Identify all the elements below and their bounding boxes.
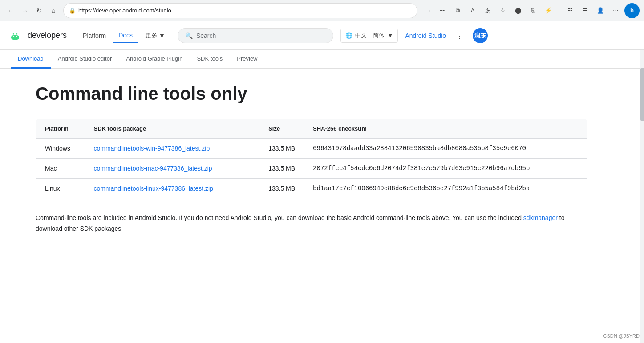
split-screen-button[interactable]: ⧉ [451,4,464,17]
site-header: developers Platform Docs 更多 ▼ 🔍 Search 🌐… [0,21,644,50]
size-mac: 133.5 MB [259,159,304,179]
page-title: Command line tools only [36,83,587,104]
platform-windows: Windows [36,139,85,159]
search-icon: 🔍 [185,32,193,39]
lang-label: 中文 – 简体 [355,32,385,40]
nav-more[interactable]: 更多 ▼ [140,28,170,43]
home-button[interactable]: ⌂ [47,4,60,17]
sdkmanager-link[interactable]: sdkmanager [523,214,558,221]
tab-search-button[interactable]: ⚏ [436,4,449,17]
footer-text: Command-line tools are included in Andro… [36,213,570,234]
size-linux: 133.5 MB [259,179,304,199]
package-linux: commandlinetools-linux-9477386_latest.zi… [85,179,260,199]
reading-list-button[interactable]: ☰ [579,4,591,17]
profile-button[interactable]: 👤 [594,4,607,17]
site-logo[interactable]: developers [11,31,67,40]
android-studio-link[interactable]: Android Studio [405,32,446,39]
tab-download[interactable]: Download [11,50,51,69]
dark-icon-button[interactable]: ⬤ [512,4,524,17]
tab-sdk-tools[interactable]: SDK tools [190,50,230,69]
address-bar[interactable]: 🔒 https://developer.android.com/studio [63,3,417,18]
collections-button[interactable]: ☷ [564,4,576,17]
sha-linux: bd1aa17c7ef10066949c88dc6c9c8d536be27f99… [304,179,587,199]
bing-button[interactable]: b [624,3,640,18]
col-platform-header: Platform [36,119,85,139]
col-size-header: Size [259,119,304,139]
col-package-header: SDK tools package [85,119,260,139]
globe-icon: 🌐 [345,32,352,39]
back-button[interactable]: ← [4,4,17,17]
table-row: Linux commandlinetools-linux-9477386_lat… [36,179,587,199]
page-tabs: Download Android Studio editor Android G… [0,50,644,69]
site-nav: Platform Docs 更多 ▼ [77,28,170,43]
svg-point-2 [13,35,14,36]
more-options-button[interactable]: ⋯ [609,4,622,17]
nav-docs[interactable]: Docs [113,28,138,43]
platform-mac: Mac [36,159,85,179]
download-button[interactable]: ⎘ [527,4,539,17]
svg-line-5 [16,33,17,34]
translate-button[interactable]: あ [482,4,494,17]
search-box[interactable]: 🔍 Search [178,28,333,43]
table-header-row: Platform SDK tools package Size SHA-256 … [36,119,587,139]
tab-preview[interactable]: Preview [230,50,264,69]
separator-1 [559,6,559,15]
sha-mac: 2072ffce4f54cdc0e6d2074d2f381e7e579b7d63… [304,159,587,179]
table-row: Mac commandlinetools-mac-9477386_latest.… [36,159,587,179]
sha-windows: 696431978daadd33a288413206598835ba8db808… [304,139,587,159]
package-mac: commandlinetools-mac-9477386_latest.zip [85,159,260,179]
download-table: Platform SDK tools package Size SHA-256 … [36,118,587,199]
logo-text: developers [28,31,67,40]
forward-button[interactable]: → [19,4,31,17]
download-link-mac[interactable]: commandlinetools-mac-9477386_latest.zip [94,165,212,172]
download-link-windows[interactable]: commandlinetools-win-9477386_latest.zip [94,145,210,152]
extensions-button[interactable]: ⚡ [542,4,555,17]
nav-platform[interactable]: Platform [77,29,111,43]
chevron-down-icon: ▼ [159,32,165,39]
scrollbar[interactable] [640,50,644,252]
lang-chevron-icon: ▼ [387,32,393,39]
favorites-button[interactable]: ☆ [497,4,509,17]
url-text: https://developer.android.com/studio [78,7,412,14]
download-link-linux[interactable]: commandlinetools-linux-9477386_latest.zi… [94,185,214,192]
nav-buttons: ← → ↻ ⌂ [4,4,60,17]
reload-button[interactable]: ↻ [33,4,45,17]
platform-linux: Linux [36,179,85,199]
table-row: Windows commandlinetools-win-9477386_lat… [36,139,587,159]
browser-actions: ▭ ⚏ ⧉ A あ ☆ ⬤ ⎘ ⚡ ☷ ☰ 👤 ⋯ b [421,3,640,18]
svg-line-4 [13,33,14,34]
col-sha-header: SHA-256 checksum [304,119,587,139]
cast-tab-button[interactable]: ▭ [421,4,433,17]
svg-rect-1 [11,36,19,39]
main-content: Command line tools only Platform SDK too… [0,69,623,252]
font-button[interactable]: A [466,4,479,17]
browser-chrome: ← → ↻ ⌂ 🔒 https://developer.android.com/… [0,0,644,21]
android-logo-icon [11,31,25,40]
svg-point-3 [16,35,17,36]
scroll-thumb[interactable] [640,68,644,121]
lock-icon: 🔒 [69,8,76,14]
tab-android-studio-editor[interactable]: Android Studio editor [51,50,119,69]
lang-switcher[interactable]: 🌐 中文 – 简体 ▼ [340,29,398,43]
tab-android-gradle-plugin[interactable]: Android Gradle Plugin [119,50,190,69]
header-more-button[interactable]: ⋮ [453,29,466,42]
user-avatar[interactable]: 润东 [473,28,488,43]
package-windows: commandlinetools-win-9477386_latest.zip [85,139,260,159]
search-placeholder: Search [196,32,216,39]
size-windows: 133.5 MB [259,139,304,159]
